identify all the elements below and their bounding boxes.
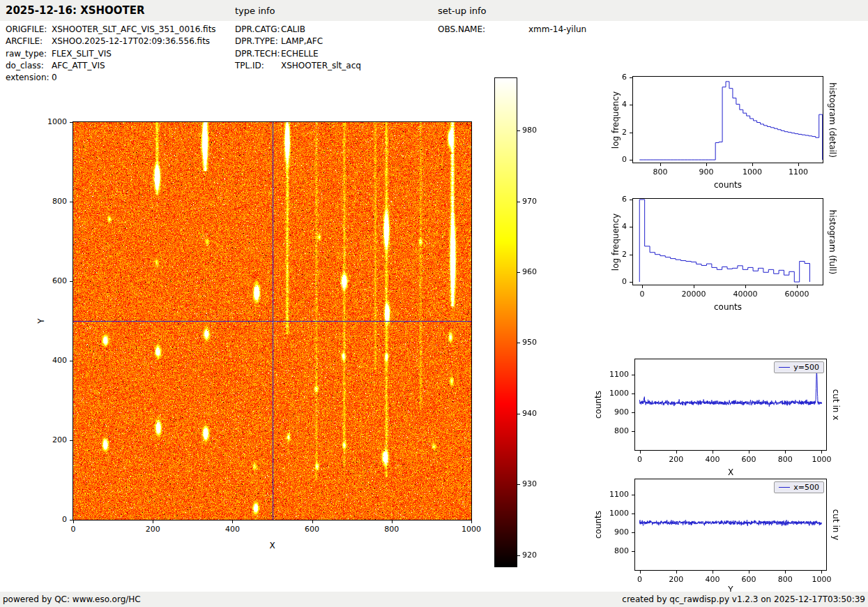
x-tick-mark xyxy=(749,571,749,574)
footer-credit-left: powered by QC: www.eso.org/HC xyxy=(3,594,141,604)
y-tick-label: 800 xyxy=(598,546,629,555)
y-tick-mark xyxy=(632,431,634,432)
y-tick-mark xyxy=(632,394,634,394)
y-tick-label: 1000 xyxy=(598,509,629,518)
y-tick-mark xyxy=(630,133,632,133)
colorbar-tick-mark xyxy=(517,130,520,131)
x-tick-label: 400 xyxy=(692,455,733,464)
y-tick-mark xyxy=(632,514,634,514)
y-axis-label: log frequency xyxy=(611,213,620,270)
footer-bar: powered by QC: www.eso.org/HC created by… xyxy=(0,592,868,607)
y-tick-label: 6 xyxy=(596,73,627,82)
legend-label: y=500 xyxy=(793,363,819,372)
x-tick-mark xyxy=(660,163,661,166)
legend: y=500 xyxy=(774,361,824,373)
x-tick-mark xyxy=(471,520,472,523)
x-tick-label: 400 xyxy=(211,525,253,534)
info-value-raw-type: FLEX_SLIT_VIS xyxy=(52,49,112,59)
colorbar-tick-mark xyxy=(517,414,520,414)
y-tick-label: 4 xyxy=(596,100,627,109)
info-value-dpr-type: LAMP,AFC xyxy=(281,36,323,46)
setup-info-heading: set-up info xyxy=(438,6,487,16)
info-value-tpl-id: XSHOOTER_slt_acq xyxy=(281,61,361,70)
colorbar: 980970960950940930920 xyxy=(0,0,868,607)
x-tick-mark xyxy=(752,163,753,166)
colorbar-tick-mark xyxy=(517,272,520,273)
y-tick-mark xyxy=(630,200,632,200)
colorbar-tick-label: 940 xyxy=(522,409,547,418)
info-value-origfile: XSHOOTER_SLT_AFC_VIS_351_0016.fits xyxy=(52,24,216,34)
y-tick-label: 2 xyxy=(596,250,627,259)
info-label-dpr-type: DPR.TYPE: xyxy=(235,36,278,46)
right-axis-label: cut in y xyxy=(831,509,841,541)
x-tick-label: 800 xyxy=(371,525,413,534)
info-value-obs-name: xmm-14-yilun xyxy=(528,24,586,34)
right-axis-label: histogram (detail) xyxy=(828,82,837,158)
data-line xyxy=(639,200,809,282)
y-tick-label: 2 xyxy=(596,128,627,137)
y-tick-label: 900 xyxy=(598,407,629,417)
y-tick-label: 1100 xyxy=(598,370,629,379)
info-label-origfile: ORIGFILE: xyxy=(6,24,47,34)
colorbar-tick-label: 930 xyxy=(522,479,547,488)
y-axis-label: log frequency xyxy=(611,91,620,148)
y-tick-mark xyxy=(630,282,632,283)
info-label-arcfile: ARCFILE: xyxy=(6,36,43,46)
info-label-do-class: do_class: xyxy=(6,61,44,70)
legend-line-sample xyxy=(779,487,790,488)
qc-report-page: 2025-12-16: XSHOOTER type info set-up in… xyxy=(0,0,868,607)
x-tick-label: 1000 xyxy=(800,455,842,464)
data-line-svg xyxy=(633,199,823,285)
x-tick-label: 400 xyxy=(692,575,733,584)
x-tick-mark xyxy=(676,571,677,574)
colorbar-tick-label: 920 xyxy=(522,550,547,560)
x-tick-mark xyxy=(706,163,707,166)
x-tick-label: 40000 xyxy=(724,290,766,299)
info-value-arcfile: XSHOO.2025-12-17T02:09:36.556.fits xyxy=(52,36,210,46)
x-tick-label: 900 xyxy=(685,167,727,177)
y-tick-label: 800 xyxy=(36,197,67,206)
data-line-svg xyxy=(635,359,826,450)
info-value-extension: 0 xyxy=(52,73,57,82)
x-tick-label: 600 xyxy=(728,575,770,584)
y-tick-label: 200 xyxy=(36,435,67,444)
info-label-raw-type: raw_type: xyxy=(6,49,47,59)
histogram-full-plot: 02000040000600000246countslog frequencyh… xyxy=(0,0,868,607)
colorbar-frame xyxy=(494,77,517,567)
x-tick-mark xyxy=(153,520,153,523)
y-tick-label: 1000 xyxy=(36,117,67,126)
cut-in-x-plot: 0200400600800100080090010001100Xcountscu… xyxy=(0,0,868,607)
x-tick-mark xyxy=(392,520,393,523)
x-tick-label: 20000 xyxy=(673,290,715,299)
info-label-tpl-id: TPL.ID: xyxy=(235,61,264,70)
x-tick-mark xyxy=(232,520,233,523)
colorbar-tick-mark xyxy=(517,555,520,556)
x-tick-label: 600 xyxy=(291,525,333,534)
legend-label: x=500 xyxy=(793,483,819,492)
y-tick-mark xyxy=(70,520,73,520)
y-tick-mark xyxy=(70,361,73,361)
x-tick-label: 1000 xyxy=(731,167,773,177)
y-tick-label: 0 xyxy=(36,515,67,524)
y-tick-label: 900 xyxy=(598,527,629,537)
x-tick-label: 1100 xyxy=(777,167,819,177)
y-tick-label: 0 xyxy=(596,277,627,286)
y-tick-mark xyxy=(70,440,73,441)
x-tick-mark xyxy=(312,520,313,523)
y-tick-mark xyxy=(630,105,632,105)
x-tick-label: 0 xyxy=(619,455,661,464)
y-tick-mark xyxy=(630,160,632,160)
y-tick-label: 800 xyxy=(598,426,629,435)
y-tick-mark xyxy=(630,227,632,227)
cut-in-y-plot: 0200400600800100080090010001100Ycountscu… xyxy=(0,0,868,607)
x-tick-label: 800 xyxy=(764,455,806,464)
y-tick-mark xyxy=(630,255,632,255)
y-tick-label: 1000 xyxy=(598,389,629,398)
info-label-dpr-tech: DPR.TECH: xyxy=(235,49,280,59)
info-value-do-class: AFC_ATT_VIS xyxy=(52,61,105,70)
y-tick-mark xyxy=(70,122,73,123)
x-tick-label: 1000 xyxy=(450,525,492,534)
data-line xyxy=(640,370,822,407)
x-axis-label: counts xyxy=(700,302,756,312)
x-tick-mark xyxy=(713,571,713,574)
